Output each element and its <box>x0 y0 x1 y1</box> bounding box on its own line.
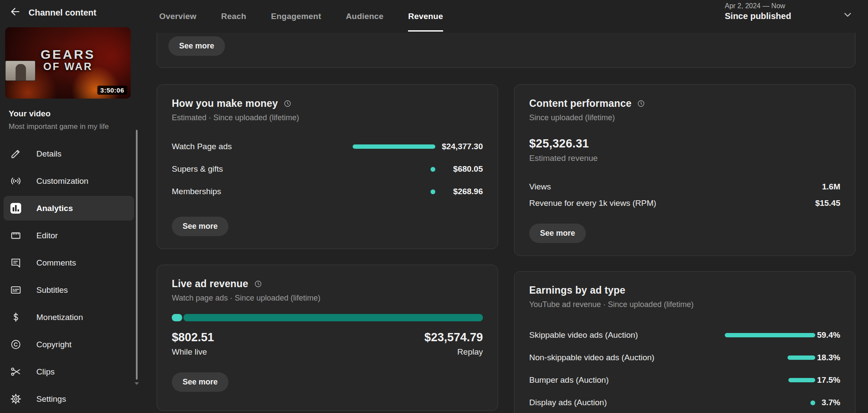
sidebar-header: Channel content <box>0 0 143 19</box>
while-live-bar-segment <box>172 314 182 321</box>
bar-chart-icon <box>10 202 22 215</box>
card-title: How you make money <box>172 98 278 109</box>
card-subtitle: Estimated · Since uploaded (lifetime) <box>172 113 483 122</box>
broadcast-icon <box>10 175 22 187</box>
scrollbar-down-arrow-icon[interactable] <box>135 382 139 385</box>
card-title: Content performance <box>529 98 631 109</box>
stat-bar <box>810 400 815 405</box>
kv-label: Revenue for every 1k views (RPM) <box>529 198 815 208</box>
sidebar-item-label: Settings <box>36 394 66 404</box>
sidebar-item-editor[interactable]: Editor <box>3 223 134 248</box>
stat-label: Skippable video ads (Auction) <box>529 330 660 340</box>
stat-bar <box>431 167 435 172</box>
card-content-performance: Content performance Since uploaded (life… <box>514 84 855 256</box>
see-more-button[interactable]: See more <box>529 224 586 243</box>
dollar-icon <box>10 311 22 323</box>
stat-label: Bumper ads (Auction) <box>529 375 660 385</box>
sidebar-item-settings[interactable]: Settings <box>3 387 134 411</box>
replay-stat: $23,574.79 Replay <box>424 331 483 357</box>
card-subtitle: Since uploaded (lifetime) <box>529 113 840 122</box>
sidebar-item-monetization[interactable]: Monetization <box>3 305 134 330</box>
comment-icon <box>10 257 22 269</box>
webcam-overlay <box>5 61 35 81</box>
stat-row: Watch Page ads$24,377.30 <box>172 135 483 158</box>
youtube-studio-analytics-page: { "colors": {"accent": "#44d4c1", "accen… <box>0 0 868 413</box>
main-content: See more OverviewReachEngagementAudience… <box>143 0 868 413</box>
sidebar-title: Channel content <box>29 8 96 18</box>
card-subtitle: YouTube ad revenue · Since uploaded (lif… <box>529 300 840 309</box>
back-button[interactable] <box>9 6 22 19</box>
sidebar-item-comments[interactable]: Comments <box>3 250 134 275</box>
sidebar-item-analytics[interactable]: Analytics <box>3 196 134 221</box>
stat-row: Bumper ads (Auction)17.5% <box>529 369 840 391</box>
stat-label: Memberships <box>172 187 347 196</box>
thumbnail-logo-line1: GEARS <box>5 48 131 61</box>
tab-reach[interactable]: Reach <box>221 0 246 33</box>
tab-overview[interactable]: Overview <box>159 0 196 33</box>
kv-value: 1.6M <box>822 182 840 192</box>
card-subtitle: Watch page ads · Since uploaded (lifetim… <box>172 294 483 303</box>
stat-bar <box>788 355 815 360</box>
stat-value: 17.5% <box>815 375 840 385</box>
chevron-down-icon[interactable] <box>842 10 853 20</box>
card-title: Live ad revenue <box>172 278 248 290</box>
estimated-revenue-label: Estimated revenue <box>529 154 840 163</box>
bar-zone <box>660 355 815 360</box>
clock-icon <box>254 280 262 288</box>
card-title: Earnings by ad type <box>529 285 625 296</box>
stat-value: $268.96 <box>435 187 483 196</box>
copyright-icon <box>10 339 22 351</box>
sidebar-item-clips[interactable]: Clips <box>3 359 134 384</box>
back-arrow-icon <box>10 6 21 19</box>
live-replay-split-bar <box>172 314 483 321</box>
see-more-button[interactable]: See more <box>172 217 228 236</box>
estimated-revenue-value: $25,326.31 <box>529 137 840 150</box>
tab-engagement[interactable]: Engagement <box>271 0 321 33</box>
sidebar-item-details[interactable]: Details <box>3 141 134 166</box>
bar-zone <box>660 333 815 337</box>
stat-value: $24,377.30 <box>435 142 483 151</box>
card-live-ad-revenue: Live ad revenue Watch page ads · Since u… <box>157 265 498 411</box>
tab-revenue[interactable]: Revenue <box>408 0 443 33</box>
stat-value: 3.7% <box>815 398 840 407</box>
analytics-tabbar: OverviewReachEngagementAudienceRevenue A… <box>143 0 868 33</box>
sidebar-item-label: Clips <box>36 367 55 377</box>
video-thumbnail[interactable]: GEARS OF WAR 3:50:06 <box>5 27 131 99</box>
bar-zone <box>660 400 815 405</box>
kv-label: Views <box>529 182 822 192</box>
sidebar-item-label: Editor <box>36 231 58 240</box>
replay-bar-segment <box>183 314 483 321</box>
bar-zone <box>347 167 435 172</box>
clapperboard-icon <box>10 230 22 242</box>
sidebar-item-label: Details <box>36 149 61 159</box>
kv-row: Revenue for every 1k views (RPM)$15.45 <box>529 195 840 211</box>
stat-bar <box>725 333 815 337</box>
card-how-you-make-money: How you make money Estimated · Since upl… <box>157 84 498 249</box>
clock-icon <box>637 99 645 108</box>
bar-zone <box>660 378 815 382</box>
revenue-source-rows: Watch Page ads$24,377.30Supers & gifts$6… <box>172 135 483 203</box>
sidebar-item-subtitles[interactable]: Subtitles <box>3 278 134 302</box>
stat-bar <box>431 189 435 194</box>
bar-zone <box>347 189 435 194</box>
sidebar-scrollbar[interactable] <box>136 130 138 380</box>
see-more-button[interactable]: See more <box>172 372 228 392</box>
pencil-icon <box>10 148 22 160</box>
subtitles-icon <box>10 284 22 296</box>
tab-audience[interactable]: Audience <box>346 0 383 33</box>
video-title: Most important game in my life <box>9 122 109 131</box>
date-range-picker[interactable]: Apr 2, 2024 — Now Since published <box>725 2 791 21</box>
sidebar-item-label: Comments <box>36 258 76 268</box>
while-live-stat: $802.51 While live <box>172 331 214 357</box>
see-more-button[interactable]: See more <box>168 36 225 56</box>
sidebar-item-label: Copyright <box>36 340 71 349</box>
stat-row: Supers & gifts$680.05 <box>172 158 483 180</box>
ad-type-rows: Skippable video ads (Auction)59.4%Non-sk… <box>529 324 840 413</box>
stat-row: Display ads (Auction)3.7% <box>529 391 840 413</box>
scissors-icon <box>10 366 22 378</box>
bar-zone <box>347 144 435 149</box>
stat-value: 18.3% <box>815 353 840 362</box>
while-live-value: $802.51 <box>172 331 214 344</box>
sidebar-item-customization[interactable]: Customization <box>3 169 134 193</box>
sidebar-item-copyright[interactable]: Copyright <box>3 332 134 357</box>
